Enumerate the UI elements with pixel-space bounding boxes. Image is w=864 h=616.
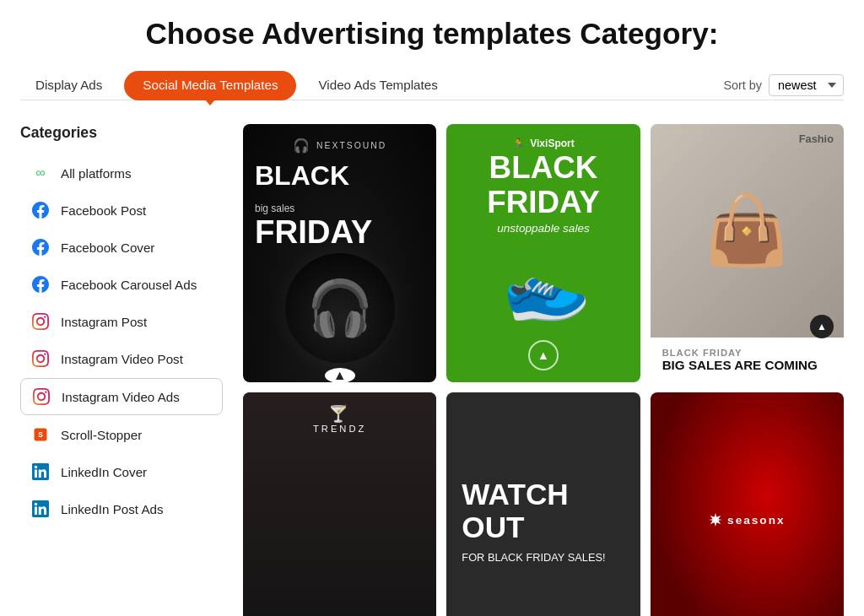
sidebar: Categories ∞ All platforms Facebook Post… <box>20 124 223 616</box>
facebook-icon-carousel <box>30 274 51 294</box>
sidebar-item-label-li-post: LinkedIn Post Ads <box>61 502 164 516</box>
sidebar-item-li-cover[interactable]: LinkedIn Cover <box>20 454 223 489</box>
tab-social[interactable]: Social Media Templates <box>124 71 296 100</box>
sidebar-item-scroll[interactable]: S Scroll-Stopper <box>20 417 223 452</box>
card2-headline: BLACK <box>489 153 598 184</box>
sidebar-item-label-fb-carousel: Facebook Carousel Ads <box>61 278 197 292</box>
tabs-row: Display Ads Social Media Templates Video… <box>20 71 844 100</box>
main-content: Categories ∞ All platforms Facebook Post… <box>20 124 844 616</box>
grid-area: 🎧 NEXTSOUND BLACK big sales FRIDAY 🎧 <box>243 124 844 616</box>
card3-brand: Fashio <box>799 132 834 145</box>
sidebar-item-label-li-cover: LinkedIn Cover <box>61 465 147 479</box>
card2-arrow-btn[interactable]: ▲ <box>528 340 559 370</box>
sidebar-item-label-ig-post: Instagram Post <box>61 315 147 329</box>
sidebar-item-label-scroll: Scroll-Stopper <box>61 428 142 442</box>
template-card-4[interactable]: 🍸 TRENDZ MODERN <box>243 392 436 616</box>
sidebar-item-fb-cover[interactable]: Facebook Cover <box>20 230 223 265</box>
page-wrapper: Choose Advertising templates Category: D… <box>0 0 864 616</box>
sidebar-item-li-post[interactable]: LinkedIn Post Ads <box>20 491 223 527</box>
card3-bottom-text: BLACK FRIDAY BIG SALES ARE COMING <box>651 338 844 382</box>
sidebar-item-ig-video-ads[interactable]: Instagram Video Ads <box>20 378 223 415</box>
tab-display[interactable]: Display Ads <box>20 71 117 100</box>
linkedin-icon-post <box>30 499 51 519</box>
sidebar-item-all[interactable]: ∞ All platforms <box>20 155 223 191</box>
sidebar-item-ig-post[interactable]: Instagram Post <box>20 304 223 339</box>
card1-brand: 🎧 NEXTSOUND <box>293 138 386 154</box>
card3-bag-area: 👜 Fashio <box>651 124 844 338</box>
sort-area: Sort by newest oldest popular <box>723 74 844 96</box>
card5-headline: WATCH OUT <box>462 478 624 543</box>
sidebar-item-label-ig-video: Instagram Video Post <box>61 352 183 366</box>
card2-shoe-graphic: 👟 <box>501 238 586 337</box>
template-card-3[interactable]: 👜 Fashio BLACK FRIDAY BIG SALES ARE COMI… <box>651 124 844 382</box>
card1-headline: BLACK big sales FRIDAY <box>255 162 424 248</box>
all-platforms-icon: ∞ <box>30 163 51 183</box>
instagram-icon-post <box>30 311 51 332</box>
facebook-icon-post <box>30 200 51 220</box>
sidebar-item-label-fb-cover: Facebook Cover <box>61 240 154 255</box>
card2-sub: unstoppable sales <box>497 222 590 235</box>
facebook-icon-cover <box>30 237 51 257</box>
page-title: Choose Advertising templates Category: <box>20 17 844 51</box>
templates-grid: 🎧 NEXTSOUND BLACK big sales FRIDAY 🎧 <box>243 124 844 616</box>
card4-brand: 🍸 TRENDZ <box>313 404 366 434</box>
card1-arrow-btn[interactable]: ▲ <box>325 368 355 381</box>
instagram-icon-video <box>30 349 51 369</box>
instagram-icon-video-ads <box>31 386 51 407</box>
svg-text:S: S <box>38 430 43 439</box>
template-card-5[interactable]: WATCH OUT FOR BLACK FRIDAY SALES! <box>446 392 640 616</box>
card6-brand: seasonx <box>709 513 785 529</box>
card1-headphone-graphic: 🎧 <box>285 253 395 363</box>
card2-brand: 🏃 VixiSport <box>512 138 574 149</box>
template-card-1[interactable]: 🎧 NEXTSOUND BLACK big sales FRIDAY 🎧 <box>243 124 436 382</box>
sort-select[interactable]: newest oldest popular <box>769 74 844 96</box>
card3-arrow-btn[interactable]: ▲ <box>810 315 834 338</box>
card5-sub: FOR BLACK FRIDAY SALES! <box>462 551 605 564</box>
sidebar-item-ig-video[interactable]: Instagram Video Post <box>20 341 223 376</box>
template-card-6[interactable]: seasonx <box>651 392 844 616</box>
template-card-2[interactable]: 🏃 VixiSport BLACK FRIDAY unstoppable sal… <box>446 124 640 382</box>
sidebar-item-label-fb-post: Facebook Post <box>61 203 146 218</box>
sidebar-title: Categories <box>20 124 223 142</box>
sidebar-item-fb-post[interactable]: Facebook Post <box>20 192 223 228</box>
sidebar-item-label-all: All platforms <box>61 166 132 181</box>
tab-video[interactable]: Video Ads Templates <box>303 71 452 100</box>
card2-headline2: FRIDAY <box>487 187 600 219</box>
sidebar-item-label-ig-video-ads: Instagram Video Ads <box>62 390 180 404</box>
linkedin-icon-cover <box>30 462 51 482</box>
sidebar-item-fb-carousel[interactable]: Facebook Carousel Ads <box>20 267 223 302</box>
scroll-stopper-icon: S <box>30 424 51 445</box>
sort-label: Sort by <box>723 78 762 92</box>
